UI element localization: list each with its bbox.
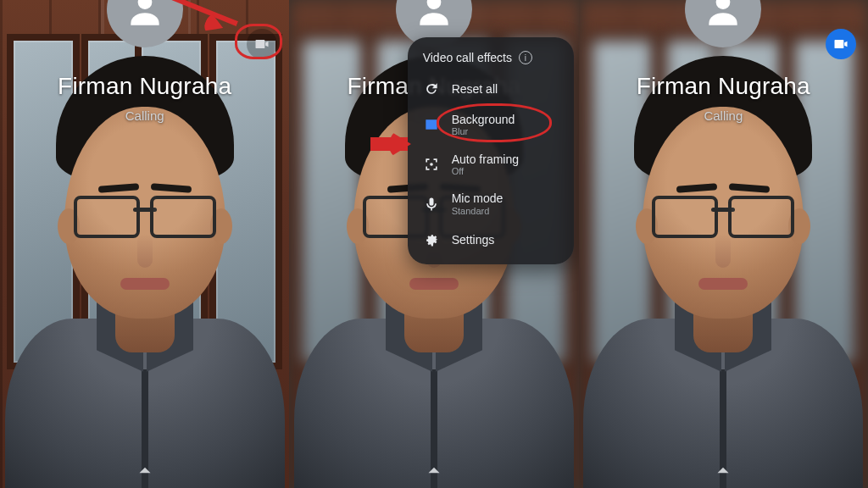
menu-item-micmode[interactable]: Mic mode Standard (411, 184, 570, 224)
bottom-sheet-handle[interactable] (421, 458, 447, 483)
reset-icon (423, 80, 440, 97)
menu-title: Video call effects (423, 51, 512, 64)
video-camera-icon (832, 36, 849, 53)
frame-icon (423, 156, 440, 173)
video-camera-icon (253, 36, 270, 53)
chevron-up-icon (423, 459, 445, 481)
bottom-sheet-handle[interactable] (710, 458, 736, 483)
contact-name: Firman Nugraha (579, 73, 868, 100)
screenshot-step-2: Firman Nugraha Calling Video call effect… (289, 0, 578, 488)
video-effects-menu: Video call effects i Reset all Backgroun… (408, 37, 574, 264)
call-status: Calling (579, 108, 868, 123)
menu-item-sub: Blur (452, 126, 515, 137)
image-icon (423, 116, 440, 133)
video-effects-button[interactable] (826, 29, 856, 59)
gear-icon (423, 231, 440, 248)
menu-item-reset[interactable]: Reset all (411, 73, 570, 105)
menu-item-settings[interactable]: Settings (411, 224, 570, 256)
menu-item-label: Settings (452, 233, 495, 247)
chevron-up-icon (712, 459, 734, 481)
person-icon (702, 0, 744, 30)
self-view-person (5, 90, 285, 488)
info-icon[interactable]: i (519, 51, 532, 64)
menu-title-row: Video call effects i (411, 49, 570, 73)
mic-icon (423, 196, 440, 213)
person-icon (413, 0, 455, 30)
bottom-sheet-handle[interactable] (132, 458, 158, 483)
menu-item-label: Background (452, 113, 515, 126)
chevron-up-icon (134, 459, 156, 481)
menu-item-sub: Off (452, 166, 519, 177)
menu-item-label: Auto framing (452, 152, 519, 166)
self-view-person (583, 90, 863, 488)
menu-item-label: Reset all (452, 82, 498, 96)
tutorial-triptych: Firman Nugraha Calling (0, 0, 868, 488)
screenshot-step-1: Firman Nugraha Calling (0, 0, 289, 488)
menu-item-background[interactable]: Background Blur (411, 105, 570, 145)
contact-name: Firman Nugraha (0, 73, 289, 100)
menu-item-label: Mic mode (452, 191, 504, 205)
screenshot-step-3: Firman Nugraha Calling (579, 0, 868, 488)
menu-item-autoframing[interactable]: Auto framing Off (411, 145, 570, 185)
person-icon (124, 0, 166, 30)
menu-item-sub: Standard (452, 206, 504, 217)
call-status: Calling (0, 108, 289, 123)
